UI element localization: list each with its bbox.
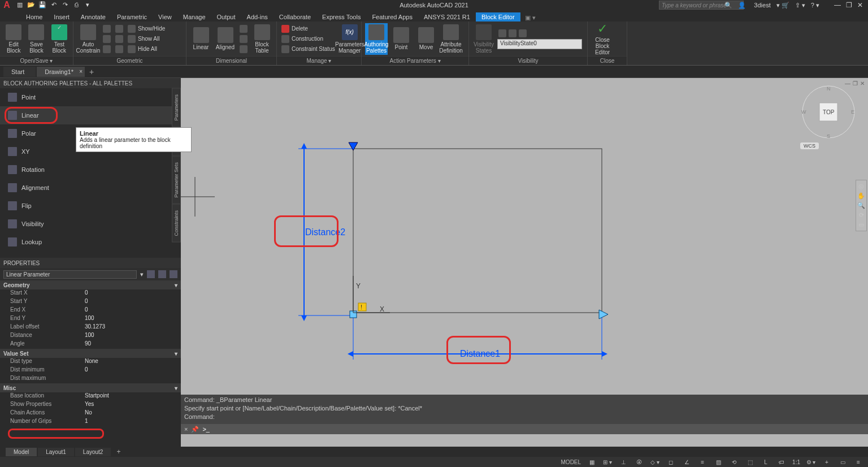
dim2-button[interactable] [238,34,249,44]
dim3-button[interactable] [238,45,249,54]
point-param-button[interactable]: Point [390,23,413,55]
status-snap-icon[interactable]: ⊞ ▾ [602,459,613,465]
status-gear-icon[interactable]: ⚙ ▾ [806,459,816,465]
gc4-button[interactable] [114,24,124,33]
new-doc-button[interactable]: + [86,67,97,76]
close-doc-icon[interactable]: × [79,68,83,75]
status-3dosnap-icon[interactable]: ⬚ [745,459,755,465]
status-iso-icon[interactable]: ◇ ▾ [650,459,660,465]
share-icon[interactable]: ⇪ ▾ [795,2,805,9]
qat-save-icon[interactable]: 💾 [38,1,46,9]
prop-row-base-location[interactable]: Base locationStartpoint [0,392,181,401]
tab-express-tools[interactable]: Express Tools [316,12,366,21]
delete-button[interactable]: Delete [280,24,336,33]
prop-row-show-properties[interactable]: Show PropertiesYes [0,401,181,409]
doc-tab-start[interactable]: Start [3,67,36,77]
navbar-showmotion-icon[interactable]: ▭ [858,221,864,228]
prop-section-misc[interactable]: Misc▾ [0,383,181,392]
palette-item-lookup[interactable]: Lookup [0,233,181,251]
panel-manage-title[interactable]: Manage ▾ [277,56,361,65]
status-osnap-icon[interactable]: ◻ [666,459,676,465]
properties-object-dropdown[interactable] [3,270,137,279]
close-block-editor-button[interactable]: ✓Close Block Editor [591,23,614,55]
palette-tab-parameter-sets[interactable]: Parameter Sets [172,156,181,204]
palette-item-rotation[interactable]: Rotation [0,161,181,179]
qat-undo-icon[interactable]: ↶ [50,1,58,9]
status-ortho-icon[interactable]: ⊥ [618,459,628,465]
prop-row-dist-type[interactable]: Dist typeNone [0,358,181,366]
help-icon[interactable]: ? ▾ [811,2,819,9]
prop-row-label-offset[interactable]: Label offset30.1273 [0,323,181,332]
prop-row-end-y[interactable]: End Y100 [0,315,181,323]
parameters-manager-button[interactable]: f(x)Parameters Manager [338,23,361,55]
prop-row-dist-minimum[interactable]: Dist minimum0 [0,366,181,375]
drawing-canvas[interactable]: — ❐ ✕ Distance2 Distance1 [181,78,868,447]
gc6-button[interactable] [114,45,124,54]
auto-constrain-button[interactable]: Auto Constrain [77,23,99,55]
ribbon-collapse-icon[interactable]: ▣ ▾ [525,14,536,21]
navbar-wheel-icon[interactable]: ◎ [858,183,864,190]
prop-row-start-x[interactable]: Start X0 [0,289,181,298]
status-workspace-icon[interactable]: + [822,459,832,465]
visibility-states-button[interactable]: Visibility States [472,23,495,55]
status-lwt-icon[interactable]: ≡ [697,459,708,465]
status-anno-icon[interactable]: 🏷 [776,459,787,465]
cmd-pin-icon[interactable]: 📌 [191,426,199,433]
authoring-palettes-button[interactable]: Authoring Palettes [365,23,388,55]
tab-featured-apps[interactable]: Featured Apps [366,12,418,21]
tab-insert[interactable]: Insert [48,12,75,21]
tab-ansys[interactable]: ANSYS 2021 R1 [418,12,476,21]
status-polar-icon[interactable]: ⦿ [634,459,644,465]
show-hide-button[interactable]: Show/Hide [127,24,166,33]
navbar-orbit-icon[interactable]: ⟳ [859,211,864,219]
tab-collaborate[interactable]: Collaborate [274,12,316,21]
wcs-label[interactable]: WCS [800,142,819,149]
hide-all-button[interactable]: Hide All [127,45,166,54]
palette-tab-constraints[interactable]: Constraints [172,204,181,243]
gc2-button[interactable] [102,34,112,44]
prop-arrow-icon[interactable]: ▾ [140,271,144,278]
cart-icon[interactable]: ▾ 🛒 [776,2,789,9]
visibility-state-dropdown[interactable]: VisibilityState0 [497,39,582,49]
prop-section-geometry[interactable]: Geometry▾ [0,280,181,289]
prop-section-value-set[interactable]: Value Set▾ [0,349,181,358]
prop-row-dist-maximum[interactable]: Dist maximum [0,375,181,383]
status-model[interactable]: MODEL [561,459,581,465]
gc1-button[interactable] [102,24,112,33]
dim-linear-button[interactable]: Linear [190,23,212,55]
prop-row-distance[interactable]: Distance100 [0,332,181,340]
qat-open-icon[interactable]: 📂 [27,1,35,9]
add-layout-button[interactable]: + [112,448,125,456]
user-icon[interactable]: 👤 [738,2,746,9]
tab-home[interactable]: Home [20,12,48,21]
prop-row-chain-actions[interactable]: Chain ActionsNo [0,409,181,418]
cmd-close-icon[interactable]: × [184,426,188,433]
command-window[interactable]: Command: _BParameter Linear Specify star… [181,395,868,434]
view-cube[interactable]: N S E W TOP WCS [800,84,857,140]
qat-redo-icon[interactable]: ↷ [61,1,69,9]
status-otrack-icon[interactable]: ∠ [682,459,692,465]
status-grid-icon[interactable]: ▦ [587,459,597,465]
palette-item-point[interactable]: Point [0,88,181,106]
show-all-button[interactable]: Show All [127,34,166,44]
tab-layout2[interactable]: Layout2 [75,448,111,456]
construction-button[interactable]: Construction [280,34,336,44]
palette-item-alignment[interactable]: Alignment [0,179,181,197]
tab-layout1[interactable]: Layout1 [38,448,74,456]
navigation-bar[interactable]: ◎ ✋ 🔍 ⟳ ▭ [856,180,867,231]
palette-item-flip[interactable]: Flip [0,197,181,215]
select-objects-icon[interactable] [170,270,177,278]
prop-row-start-y[interactable]: Start Y0 [0,298,181,306]
panel-opensave-title[interactable]: Open/Save ▾ [0,56,73,65]
attribute-definition-button[interactable]: Attribute Definition [440,23,462,55]
status-dynucs-icon[interactable]: L [761,459,771,465]
quick-select-icon[interactable] [147,270,155,278]
tab-manage[interactable]: Manage [177,12,211,21]
qat-more-icon[interactable]: ▾ [84,1,92,9]
gc3-button[interactable] [102,45,112,54]
close-button[interactable]: ✕ [856,1,865,9]
dim-aligned-button[interactable]: Aligned [214,23,236,55]
qat-new-icon[interactable]: ▥ [16,1,24,9]
tab-output[interactable]: Output [211,12,241,21]
minimize-button[interactable]: — [833,1,842,9]
